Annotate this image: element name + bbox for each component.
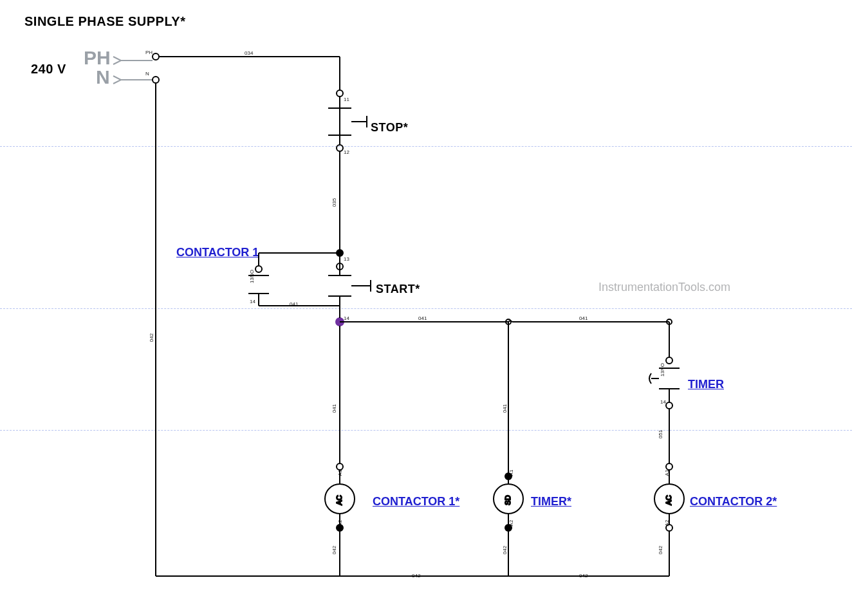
svg-point-65 (666, 525, 672, 531)
svg-point-2 (153, 53, 159, 60)
svg-point-54 (666, 357, 672, 364)
svg-point-61 (666, 463, 672, 470)
svg-point-29 (255, 266, 262, 272)
svg-point-6 (337, 90, 343, 97)
svg-point-51 (505, 525, 512, 531)
schematic-svg: AC SD AC (0, 0, 852, 616)
svg-point-14 (337, 145, 343, 151)
coil-sd: SD (504, 495, 512, 505)
coil-ac-1: AC (335, 495, 343, 505)
svg-point-59 (666, 402, 672, 409)
coil-ac-2: AC (665, 495, 672, 505)
svg-point-44 (337, 525, 343, 531)
svg-point-3 (153, 77, 159, 83)
svg-point-40 (337, 463, 343, 470)
